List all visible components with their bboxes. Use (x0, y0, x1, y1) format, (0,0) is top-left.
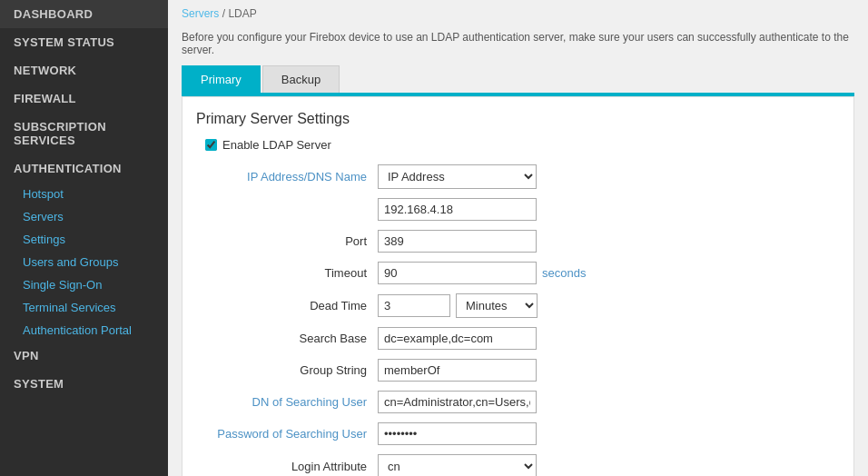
group-string-label: Group String (196, 363, 378, 377)
ip-address-input[interactable] (378, 198, 537, 221)
sidebar-subitem-hotspot[interactable]: Hotspot (0, 183, 168, 205)
search-base-label: Search Base (196, 332, 378, 345)
login-attribute-select[interactable]: cn sAMAccountName uid (378, 454, 537, 476)
timeout-input[interactable] (378, 262, 537, 284)
sidebar-item-dashboard[interactable]: DASHBOARD (0, 0, 168, 28)
sidebar-subitem-terminal-services[interactable]: Terminal Services (0, 296, 168, 319)
section-title: Primary Server Settings (196, 111, 840, 127)
sidebar-item-system-status[interactable]: SYSTEM STATUS (0, 28, 168, 56)
sidebar-subitem-users-and-groups[interactable]: Users and Groups (0, 251, 168, 273)
content-area: Primary Server Settings Enable LDAP Serv… (182, 96, 854, 476)
timeout-row: Timeout seconds (196, 262, 840, 284)
ip-address-type-select[interactable]: IP Address DNS Name (378, 164, 537, 189)
sidebar-item-vpn[interactable]: VPN (0, 342, 168, 370)
sidebar-subitem-authentication-portal[interactable]: Authentication Portal (0, 319, 168, 342)
breadcrumb-servers[interactable]: Servers (182, 7, 219, 20)
password-input[interactable] (378, 422, 537, 445)
dead-time-label: Dead Time (196, 299, 378, 312)
enable-ldap-label: Enable LDAP Server (222, 138, 331, 152)
sidebar-item-system[interactable]: SYSTEM (0, 370, 168, 398)
sidebar: DASHBOARD SYSTEM STATUS NETWORK FIREWALL… (0, 0, 168, 476)
search-base-row: Search Base (196, 327, 840, 350)
ip-address-row: IP Address/DNS Name IP Address DNS Name (196, 164, 840, 189)
timeout-label: Timeout (196, 266, 378, 280)
breadcrumb-ldap: LDAP (228, 7, 256, 20)
sidebar-item-subscription-services[interactable]: SUBSCRIPTION SERVICES (0, 113, 168, 154)
main-content: Servers / LDAP Before you configure your… (168, 0, 868, 476)
tab-primary[interactable]: Primary (182, 65, 261, 93)
dead-time-unit-select[interactable]: Minutes Hours Seconds (456, 293, 538, 318)
sidebar-subitem-settings[interactable]: Settings (0, 228, 168, 251)
dead-time-input[interactable] (378, 294, 450, 317)
sidebar-item-network[interactable]: NETWORK (0, 56, 168, 84)
tabs: Primary Backup (168, 65, 868, 93)
search-base-input[interactable] (378, 327, 537, 350)
ip-address-label: IP Address/DNS Name (196, 170, 378, 183)
port-row: Port (196, 230, 840, 253)
group-string-row: Group String (196, 359, 840, 382)
port-label: Port (196, 234, 378, 248)
info-text: Before you configure your Firebox device… (168, 27, 868, 65)
port-input[interactable] (378, 230, 537, 253)
seconds-label: seconds (542, 266, 586, 280)
password-label: Password of Searching User (196, 427, 378, 441)
dn-searching-label: DN of Searching User (196, 395, 378, 409)
dn-searching-row: DN of Searching User (196, 391, 840, 413)
sidebar-item-firewall[interactable]: FIREWALL (0, 84, 168, 113)
password-row: Password of Searching User (196, 422, 840, 445)
breadcrumb-separator: / (222, 7, 225, 20)
ip-address-value-row (196, 198, 840, 221)
dn-searching-input[interactable] (378, 391, 537, 413)
sidebar-subitem-servers[interactable]: Servers (0, 205, 168, 228)
login-attribute-label: Login Attribute (196, 460, 378, 473)
login-attribute-row: Login Attribute cn sAMAccountName uid (196, 454, 840, 476)
dead-time-row: Dead Time Minutes Hours Seconds (196, 293, 840, 318)
tab-backup[interactable]: Backup (262, 65, 340, 93)
enable-ldap-row: Enable LDAP Server (205, 138, 840, 152)
group-string-input[interactable] (378, 359, 537, 382)
sidebar-subitem-single-sign-on[interactable]: Single Sign-On (0, 273, 168, 296)
breadcrumb: Servers / LDAP (168, 0, 868, 27)
enable-ldap-checkbox[interactable] (205, 139, 217, 151)
sidebar-item-authentication[interactable]: AUTHENTICATION (0, 154, 168, 183)
